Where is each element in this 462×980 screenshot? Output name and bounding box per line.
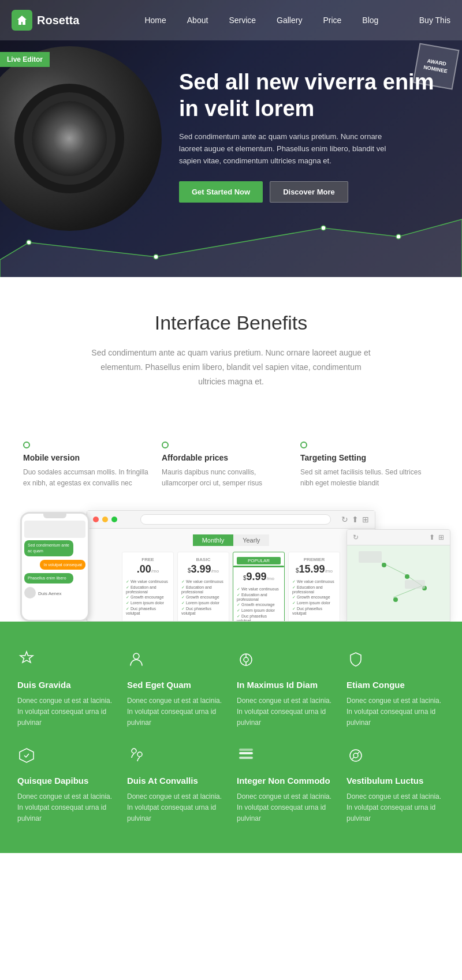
green-item-0: Duis Gravida Donec congue ut est at laci… <box>17 650 116 729</box>
green-title-0: Duis Gravida <box>17 680 116 690</box>
svg-rect-8 <box>405 580 425 589</box>
phone-mockup: Sed condimentum ante ac quam In volutpat… <box>20 512 90 622</box>
toggle-yearly[interactable]: Yearly <box>233 534 269 546</box>
features-row: Mobile version Duo sodales accumsan moll… <box>0 436 462 500</box>
price-feature-item: We value continuous <box>237 586 281 592</box>
nav-links: Home About Service Gallery Price Blog <box>104 15 419 25</box>
browser-content: Monthly Yearly FREE .00 /mo We value con… <box>87 529 375 621</box>
toggle-monthly[interactable]: Monthly <box>193 534 234 546</box>
green-title-1: Sed Eget Quam <box>127 680 225 690</box>
price-per-free: /mo <box>151 568 159 574</box>
green-item-3: Etiam Congue Donec congue ut est at laci… <box>346 650 445 729</box>
price-features-popular: We value continuous Education and profes… <box>237 586 281 621</box>
feature-desc-prices: Mauris dapibus nunc convallis, ullamcorp… <box>162 467 289 489</box>
price-label-free: FREE <box>126 557 170 562</box>
price-per-basic: /mo <box>211 568 219 574</box>
svg-point-19 <box>350 750 362 761</box>
browser-share: ⬆ <box>352 515 359 524</box>
nav-home[interactable]: Home <box>144 16 166 25</box>
svg-line-21 <box>357 752 359 754</box>
phone-header <box>24 521 85 538</box>
price-features-free: We value continuous Education and profes… <box>126 579 170 616</box>
green-desc-4: Donec congue ut est at lacinia. In volut… <box>17 791 116 825</box>
green-item-6: Integer Non Commodo Donec congue ut est … <box>237 746 335 825</box>
brand-icon <box>12 10 32 31</box>
green-item-2: In Maximus Id Diam Donec congue ut est a… <box>237 650 335 729</box>
price-feature-item: Lorem ipsum dolor <box>292 600 336 606</box>
feature-title-targeting: Targeting Setting <box>300 453 427 462</box>
feature-item-mobile: Mobile version Duo sodales accumsan moll… <box>23 442 162 500</box>
nav-about[interactable]: About <box>187 16 208 25</box>
nav-buy-link[interactable]: Buy This <box>419 16 450 25</box>
award-badge: AWARD NOMINEE <box>412 43 459 89</box>
browser-dot-red <box>93 517 99 522</box>
browser-add: ⊞ <box>362 515 369 524</box>
map-svg <box>347 545 439 615</box>
svg-rect-7 <box>359 551 382 563</box>
nav-price[interactable]: Price <box>323 16 341 25</box>
price-card-popular: POPULAR $ 9.99 /mo We value continuous E… <box>233 552 285 621</box>
navbar: Rosetta Home About Service Gallery Price… <box>0 0 462 40</box>
price-per-popular: /mo <box>267 576 274 581</box>
green-features-section: Duis Gravida Donec congue ut est at laci… <box>0 622 462 853</box>
green-title-7: Vestibulum Luctus <box>346 776 445 786</box>
benefits-title: Interface Benefits <box>17 312 445 334</box>
get-started-button[interactable]: Get Started Now <box>179 181 263 203</box>
svg-rect-17 <box>239 757 253 759</box>
green-desc-7: Donec congue ut est at lacinia. In volut… <box>346 791 445 825</box>
price-features-premier: We value continuous Education and profes… <box>292 579 336 616</box>
hero-title: Sed all new viverra enim in velit lorem <box>179 69 450 122</box>
green-icon-2 <box>237 650 335 673</box>
browser-dot-yellow <box>102 517 108 522</box>
price-label-basic: BASIC <box>181 557 225 562</box>
price-card-free: FREE .00 /mo We value continuous Educati… <box>122 552 174 621</box>
price-feature-item: Growth encourage <box>181 594 225 600</box>
price-feature-item: Education and professional <box>237 592 281 602</box>
green-title-3: Etiam Congue <box>346 680 445 690</box>
feature-title-prices: Affordable prices <box>162 453 289 462</box>
svg-rect-18 <box>239 749 253 751</box>
nav-gallery[interactable]: Gallery <box>277 16 302 25</box>
price-feature-item: Duc phasellus volutpat <box>237 614 281 621</box>
feature-dot-targeting <box>300 442 307 448</box>
price-feature-item: Education and professional <box>181 585 225 594</box>
price-feature-item: Lorem ipsum dolor <box>126 600 170 606</box>
svg-point-20 <box>353 753 358 758</box>
price-value-basic: 3.99 <box>191 563 211 575</box>
green-icon-4 <box>17 746 116 769</box>
hero-description: Sed condimentum ante ac quam varius pret… <box>179 131 387 167</box>
browser-url-bar <box>140 514 331 525</box>
green-item-7: Vestibulum Luctus Donec congue ut est at… <box>346 746 445 825</box>
green-desc-0: Donec congue ut est at lacinia. In volut… <box>17 695 116 729</box>
benefits-desc: Sed condimentum ante ac quam varius pret… <box>87 346 375 390</box>
price-per-premier: /mo <box>325 568 333 574</box>
price-feature-item: Growth encourage <box>237 602 281 608</box>
browser-refresh: ↻ <box>341 515 348 524</box>
svg-line-22 <box>352 757 354 759</box>
green-grid: Duis Gravida Donec congue ut est at laci… <box>17 650 445 824</box>
discover-more-button[interactable]: Discover More <box>270 181 348 203</box>
nav-service[interactable]: Service <box>229 16 256 25</box>
hero-buttons: Get Started Now Discover More <box>179 181 450 203</box>
green-desc-5: Donec congue ut est at lacinia. In volut… <box>127 791 225 825</box>
nav-buy[interactable]: Buy This <box>419 15 450 25</box>
price-features-basic: We value continuous Education and profes… <box>181 579 225 616</box>
phone-content: Sed condimentum ante ac quam In volutpat… <box>22 518 88 602</box>
price-feature-item: We value continuous <box>292 579 336 585</box>
green-icon-0 <box>17 650 116 673</box>
chat-user-name: Duis Aenex <box>38 591 61 596</box>
browser-secondary-topbar: ↻ ⬆ ⊞ <box>347 530 450 545</box>
price-feature-item: Duc phasellus volutpat <box>126 606 170 616</box>
price-feature-item: Lorem ipsum dolor <box>181 600 225 606</box>
browser-secondary-add: ⊞ <box>438 533 444 541</box>
benefits-section: Interface Benefits Sed condimentum ante … <box>0 277 462 436</box>
svg-point-11 <box>244 657 248 662</box>
live-editor-button[interactable]: Live Editor <box>0 52 50 67</box>
speaker-cone <box>32 101 107 176</box>
chat-bubble-orange: In volutpat consequat <box>40 560 85 570</box>
green-desc-2: Donec congue ut est at lacinia. In volut… <box>237 695 335 729</box>
brand[interactable]: Rosetta <box>12 10 104 31</box>
price-card-premier: PREMIER $ 15.99 /mo We value continuous … <box>288 552 340 621</box>
price-feature-item: We value continuous <box>126 579 170 585</box>
nav-blog[interactable]: Blog <box>362 16 378 25</box>
